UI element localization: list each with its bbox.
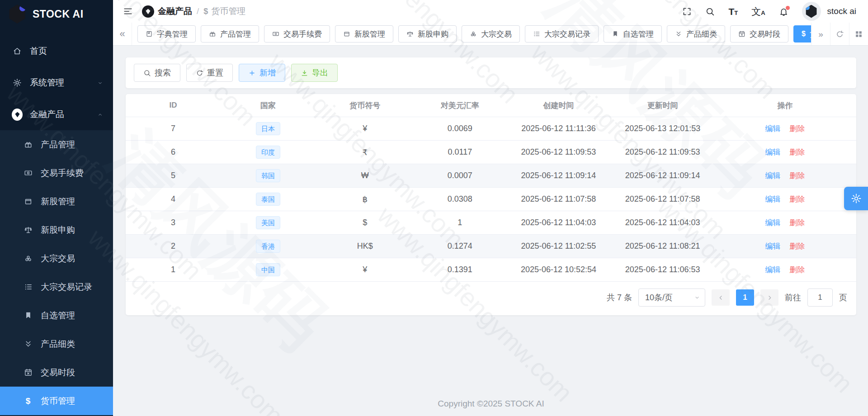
delete-link[interactable]: 删除 <box>789 217 805 228</box>
tab[interactable]: 大宗交易记录 <box>525 25 599 43</box>
edit-link[interactable]: 编辑 <box>765 241 780 251</box>
sidebar-subitem[interactable]: 大宗交易 <box>0 244 113 273</box>
tabs-layout[interactable] <box>849 23 868 45</box>
add-button-label: 新增 <box>259 67 276 78</box>
tab-label: 交易手续费 <box>283 29 322 39</box>
reset-button[interactable]: 重置 <box>186 64 233 82</box>
edit-link[interactable]: 编辑 <box>765 170 780 181</box>
sidebar-submenu: 产品管理 交易手续费 新股管理 新股申购 大宗交易 <box>0 130 113 416</box>
user-name[interactable]: stock ai <box>827 6 856 16</box>
tab[interactable]: 产品管理 <box>201 25 259 43</box>
tab-icon <box>272 30 279 38</box>
hamburger-icon[interactable] <box>123 6 133 16</box>
edit-link[interactable]: 编辑 <box>765 194 780 204</box>
cell-symbol: ฿ <box>316 194 414 204</box>
sidebar-item[interactable]: 首页 <box>0 35 113 67</box>
sidebar-subitem[interactable]: 产品管理 <box>0 130 113 159</box>
delete-link[interactable]: 删除 <box>789 265 805 275</box>
cell-updated: 2025-06-12 11:06:53 <box>612 265 714 274</box>
export-button[interactable]: 导出 <box>291 64 338 82</box>
tabs-scroll-right[interactable]: » <box>811 23 830 45</box>
cell-actions: 编辑 删除 <box>714 123 856 134</box>
edit-link[interactable]: 编辑 <box>765 123 780 134</box>
prev-page-button[interactable] <box>712 289 730 306</box>
sidebar-item[interactable]: 金融产品 <box>0 99 113 130</box>
breadcrumb-section[interactable]: 金融产品 <box>142 5 192 18</box>
page-size-select[interactable]: 10条/页 <box>638 288 705 307</box>
tabs: 字典管理 产品管理 交易手续费 新股管理 <box>132 23 811 45</box>
fullscreen-icon[interactable] <box>682 7 692 16</box>
delete-link[interactable]: 删除 <box>789 241 805 251</box>
sidebar-item-label: 系统管理 <box>30 77 64 89</box>
edit-link[interactable]: 编辑 <box>765 265 780 275</box>
cell-rate: 0.1391 <box>414 265 505 274</box>
table-row: 6 印度 ₹ 0.0117 2025-06-12 11:09:53 2025-0… <box>126 141 856 164</box>
tab-label: 新股管理 <box>354 29 385 39</box>
sidebar-subitem-label: 产品细类 <box>41 338 75 350</box>
chevron-left-icon <box>717 294 724 301</box>
currency-table: ID 国家 货币符号 对美元汇率 创建时间 更新时间 操作 7 日本 ¥ <box>126 94 856 282</box>
tabs-scroll-left[interactable]: « <box>113 23 132 45</box>
sidebar-subitem[interactable]: 大宗交易记录 <box>0 273 113 301</box>
tab[interactable]: 自选管理 <box>604 25 662 43</box>
settings-drawer-button[interactable] <box>844 187 868 210</box>
sidebar-subitem[interactable]: 新股申购 <box>0 216 113 244</box>
cell-id: 7 <box>126 124 221 133</box>
translate-icon[interactable]: 文A <box>751 7 765 16</box>
cell-actions: 编辑 删除 <box>714 147 856 157</box>
cell-created: 2025-06-12 11:07:58 <box>505 194 611 204</box>
tab[interactable]: 产品细类 <box>667 25 725 43</box>
sidebar-subitem-icon <box>23 340 33 348</box>
delete-link[interactable]: 删除 <box>789 123 805 134</box>
sidebar-subitem-label: 交易时段 <box>41 367 75 378</box>
tab[interactable]: 交易手续费 <box>264 25 330 43</box>
sidebar-subitem[interactable]: 交易时段 <box>0 358 113 387</box>
notification-bell-icon[interactable] <box>779 7 788 16</box>
sidebar-subitem[interactable]: $ 货币管理 <box>0 387 113 415</box>
sidebar-subitem-label: 大宗交易记录 <box>41 281 92 293</box>
edit-link[interactable]: 编辑 <box>765 217 780 228</box>
sidebar-subitem[interactable]: 产品细类 <box>0 330 113 358</box>
cell-actions: 编辑 删除 <box>714 265 856 275</box>
sidebar-subitem-icon <box>23 368 33 377</box>
page-1-button[interactable]: 1 <box>736 289 754 306</box>
tabs-refresh[interactable] <box>830 23 849 45</box>
tab-bar: « 字典管理 产品管理 交易手续费 <box>113 23 868 46</box>
plus-icon <box>248 69 256 77</box>
search-button[interactable]: 搜索 <box>134 64 180 82</box>
sidebar-subitem[interactable]: 自选管理 <box>0 301 113 330</box>
user-avatar[interactable] <box>802 2 821 21</box>
next-page-button[interactable] <box>760 289 778 306</box>
sidebar-subitem-icon <box>23 226 33 234</box>
tab[interactable]: 新股申购 <box>398 25 457 43</box>
search-icon[interactable] <box>705 7 715 16</box>
cell-country: 香港 <box>221 240 316 253</box>
tab[interactable]: $ 货币管理 <box>793 25 811 43</box>
table-body: 7 日本 ¥ 0.0069 2025-06-12 11:11:36 2025-0… <box>126 117 856 282</box>
search-icon <box>143 69 151 77</box>
goto-page-input[interactable] <box>807 288 833 307</box>
tab[interactable]: 字典管理 <box>137 25 196 43</box>
cell-actions: 编辑 删除 <box>714 170 856 181</box>
cell-symbol: ₩ <box>316 171 414 180</box>
sidebar-item[interactable]: 系统管理 <box>0 67 113 99</box>
cell-rate: 1 <box>414 218 505 227</box>
sidebar-subitem[interactable]: 交易手续费 <box>0 159 113 187</box>
cell-created: 2025-06-12 11:04:03 <box>505 218 611 227</box>
edit-link[interactable]: 编辑 <box>765 147 780 157</box>
pagination: 共 7 条 10条/页 1 前往 页 <box>126 282 856 315</box>
tab[interactable]: 交易时段 <box>730 25 788 43</box>
cell-id: 6 <box>126 147 221 157</box>
add-button[interactable]: 新增 <box>239 64 285 82</box>
delete-link[interactable]: 删除 <box>789 170 805 181</box>
delete-link[interactable]: 删除 <box>789 147 805 157</box>
font-size-icon[interactable]: TT <box>728 7 738 16</box>
dollar-icon: $ <box>203 7 208 15</box>
cell-id: 4 <box>126 194 221 204</box>
cell-country: 泰国 <box>221 193 316 206</box>
tab[interactable]: 新股管理 <box>335 25 393 43</box>
cell-id: 1 <box>126 265 221 274</box>
delete-link[interactable]: 删除 <box>789 194 805 204</box>
sidebar-subitem[interactable]: 新股管理 <box>0 187 113 216</box>
tab[interactable]: 大宗交易 <box>462 25 520 43</box>
